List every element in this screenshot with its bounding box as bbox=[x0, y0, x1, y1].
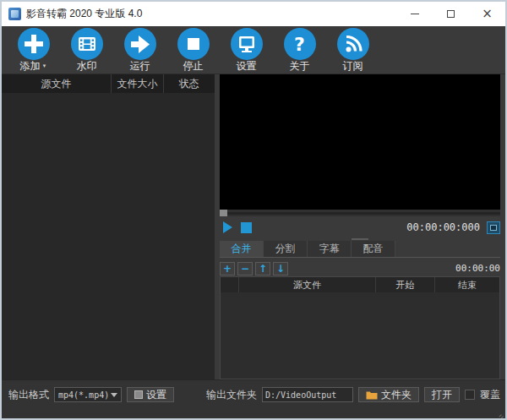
stop-icon bbox=[177, 28, 210, 60]
bottom-bar: 输出格式 mp4(*.mp4) 设置 输出文件夹 文件夹 打开 覆盖 bbox=[2, 379, 505, 418]
window-controls: × bbox=[396, 2, 505, 26]
snapshot-icon bbox=[490, 225, 497, 231]
folder-icon bbox=[366, 390, 378, 400]
settings-button[interactable]: 设置 bbox=[220, 26, 273, 74]
maximize-icon bbox=[447, 10, 455, 18]
chevron-down-icon bbox=[111, 393, 117, 397]
column-source-file[interactable]: 源文件 bbox=[2, 74, 112, 93]
tab-merge[interactable]: 合并 bbox=[220, 241, 264, 257]
format-settings-label: 设置 bbox=[146, 388, 166, 402]
monitor-icon bbox=[231, 28, 263, 60]
seek-track bbox=[220, 212, 500, 215]
settings-square-icon bbox=[134, 390, 143, 399]
panel-splitter-grip[interactable] bbox=[352, 238, 368, 240]
maximize-button[interactable] bbox=[433, 2, 469, 26]
arrow-right-icon bbox=[124, 28, 156, 60]
overwrite-checkbox[interactable] bbox=[465, 390, 475, 400]
watermark-label: 水印 bbox=[77, 60, 97, 72]
seek-bar[interactable] bbox=[220, 210, 500, 216]
column-clip-source[interactable]: 源文件 bbox=[239, 277, 376, 292]
output-folder-input[interactable] bbox=[262, 387, 353, 402]
resize-grip[interactable] bbox=[495, 408, 504, 417]
play-button[interactable] bbox=[220, 221, 235, 235]
clip-table-body[interactable] bbox=[221, 292, 499, 379]
stop-playback-button[interactable] bbox=[238, 221, 254, 235]
file-list-header: 源文件 文件大小 状态 bbox=[2, 74, 215, 93]
file-list-body[interactable] bbox=[2, 93, 215, 379]
tab-dubbing[interactable]: 配音 bbox=[352, 241, 395, 257]
clip-table: 源文件 开始 结束 bbox=[220, 276, 500, 379]
run-button[interactable]: 运行 bbox=[113, 26, 166, 74]
clip-remove-button[interactable]: − bbox=[237, 262, 253, 275]
video-preview[interactable] bbox=[220, 74, 500, 210]
stop-button[interactable]: 停止 bbox=[166, 26, 220, 74]
window-title: 影音转霸 2020 专业版 4.0 bbox=[26, 7, 142, 21]
stop-label: 停止 bbox=[183, 60, 204, 72]
minimize-button[interactable] bbox=[396, 2, 433, 26]
column-end[interactable]: 结束 bbox=[435, 277, 499, 292]
watermark-button[interactable]: 水印 bbox=[60, 26, 113, 74]
minus-small-icon: − bbox=[241, 263, 249, 275]
tab-subtitle[interactable]: 字幕 bbox=[308, 241, 352, 257]
open-button-label: 打开 bbox=[432, 388, 452, 402]
main-content: 源文件 文件大小 状态 00:00:00:000 bbox=[2, 74, 505, 379]
player-controls: 00:00:00:000 bbox=[220, 216, 500, 237]
arrow-up-icon: ↑ bbox=[259, 263, 267, 275]
column-index bbox=[221, 277, 239, 292]
file-list-panel: 源文件 文件大小 状态 bbox=[2, 74, 215, 379]
clip-toolbar: + − ↑ ↓ 00:00:00 bbox=[220, 258, 500, 276]
app-logo-icon bbox=[8, 8, 21, 20]
titlebar: 影音转霸 2020 专业版 4.0 × bbox=[2, 2, 505, 26]
stop-square-icon bbox=[241, 222, 252, 233]
main-toolbar: 添加▼ 水印 运行 停止 bbox=[2, 26, 505, 74]
chevron-down-icon: ▼ bbox=[42, 63, 47, 68]
clip-add-button[interactable]: + bbox=[220, 262, 235, 275]
rss-icon bbox=[337, 28, 369, 60]
subscribe-label: 订阅 bbox=[343, 60, 363, 72]
subscribe-button[interactable]: 订阅 bbox=[326, 26, 379, 74]
player-panel: 00:00:00:000 合并 分割 字幕 配音 + − ↑ ↓ 00:00:0… bbox=[220, 74, 505, 379]
open-button[interactable]: 打开 bbox=[424, 387, 460, 402]
playback-time: 00:00:00:000 bbox=[406, 221, 480, 233]
output-format-label: 输出格式 bbox=[8, 387, 49, 402]
format-settings-button[interactable]: 设置 bbox=[127, 387, 174, 402]
snapshot-button[interactable] bbox=[487, 221, 500, 234]
run-label: 运行 bbox=[130, 60, 150, 72]
settings-label: 设置 bbox=[237, 60, 257, 72]
close-button[interactable]: × bbox=[469, 2, 505, 26]
add-label: 添加 bbox=[20, 60, 41, 72]
clip-move-up-button[interactable]: ↑ bbox=[255, 262, 270, 275]
overwrite-label: 覆盖 bbox=[480, 387, 500, 402]
format-select[interactable]: mp4(*.mp4) bbox=[54, 387, 122, 402]
question-icon: ? bbox=[284, 28, 316, 60]
column-start[interactable]: 开始 bbox=[376, 277, 435, 292]
clip-tabs: 合并 分割 字幕 配音 bbox=[220, 241, 500, 258]
play-icon bbox=[223, 221, 232, 233]
arrow-down-icon: ↓ bbox=[276, 263, 285, 275]
clip-table-header: 源文件 开始 结束 bbox=[221, 277, 499, 292]
plus-small-icon: + bbox=[223, 263, 232, 275]
output-folder-label: 输出文件夹 bbox=[206, 387, 257, 402]
plus-icon bbox=[18, 28, 50, 60]
about-label: 关于 bbox=[290, 60, 310, 72]
column-status[interactable]: 状态 bbox=[164, 74, 214, 93]
format-value: mp4(*.mp4) bbox=[58, 390, 111, 400]
seek-handle[interactable] bbox=[220, 210, 227, 216]
film-icon bbox=[71, 28, 103, 60]
column-file-size[interactable]: 文件大小 bbox=[112, 74, 164, 93]
folder-button[interactable]: 文件夹 bbox=[358, 387, 419, 402]
app-window: 影音转霸 2020 专业版 4.0 × 添加▼ 水印 bbox=[0, 0, 507, 420]
close-icon: × bbox=[482, 8, 493, 20]
total-duration: 00:00:00 bbox=[455, 263, 500, 274]
tab-split[interactable]: 分割 bbox=[264, 241, 308, 257]
minimize-icon bbox=[411, 14, 419, 14]
about-button[interactable]: ? 关于 bbox=[273, 26, 326, 74]
folder-button-label: 文件夹 bbox=[381, 388, 412, 402]
clip-move-down-button[interactable]: ↓ bbox=[273, 262, 288, 275]
add-button[interactable]: 添加▼ bbox=[7, 26, 60, 74]
